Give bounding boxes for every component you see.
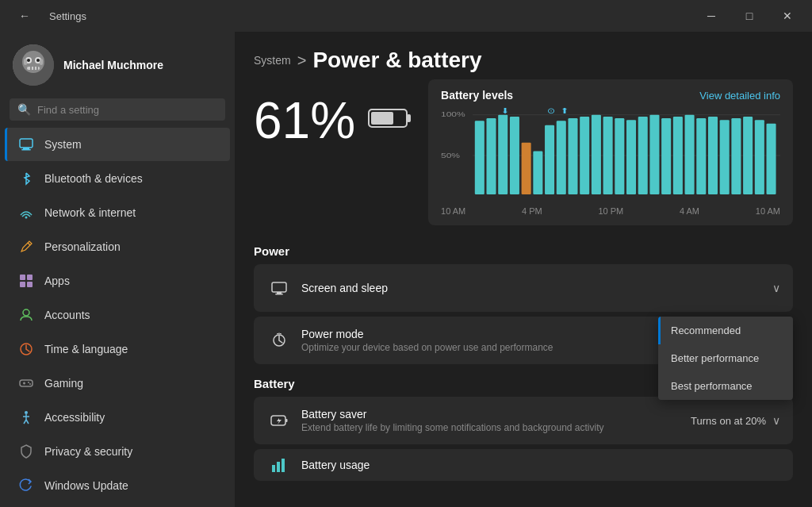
svg-rect-51: [569, 118, 578, 194]
sidebar-item-personalization[interactable]: Personalization: [5, 230, 230, 263]
svg-line-31: [24, 420, 26, 424]
sidebar-item-network[interactable]: Network & internet: [5, 196, 230, 229]
sidebar-item-update[interactable]: Windows Update: [5, 469, 230, 502]
screen-sleep-text: Screen and sleep: [301, 282, 772, 294]
minimize-button[interactable]: ─: [693, 3, 730, 29]
svg-rect-50: [557, 121, 566, 194]
nav-label-accounts: Accounts: [44, 309, 90, 321]
nav-icon-apps: [17, 272, 35, 290]
nav-icon-personalization: [17, 238, 35, 255]
page-title: Power & battery: [312, 48, 481, 73]
battery-percent: 61%: [254, 95, 355, 146]
battery-saver-value: Turns on at 20%: [691, 415, 766, 427]
nav-icon-privacy: [17, 443, 35, 460]
svg-rect-57: [638, 117, 648, 194]
sidebar-item-accessibility[interactable]: Accessibility: [5, 401, 230, 434]
svg-rect-67: [755, 120, 764, 194]
svg-text:50%: 50%: [441, 151, 460, 159]
svg-rect-7: [30, 67, 32, 70]
nav-label-update: Windows Update: [44, 479, 128, 492]
titlebar-title: Settings: [49, 10, 86, 22]
chart-label-4: 10 AM: [756, 206, 780, 216]
nav-label-bluetooth: Bluetooth & devices: [44, 172, 143, 185]
svg-rect-48: [533, 152, 542, 195]
screen-sleep-card: Screen and sleep ∨: [254, 264, 793, 312]
svg-rect-60: [673, 117, 683, 194]
svg-rect-18: [27, 275, 33, 280]
svg-rect-11: [40, 59, 43, 65]
svg-rect-65: [731, 118, 741, 194]
nav-icon-gaming: [17, 374, 35, 392]
svg-rect-59: [661, 118, 671, 194]
sidebar-item-bluetooth[interactable]: Bluetooth & devices: [5, 162, 230, 195]
profile-name: Michael Muchmore: [63, 59, 163, 71]
svg-rect-61: [685, 115, 695, 194]
svg-rect-35: [371, 112, 393, 125]
chart-link[interactable]: View detailed info: [699, 90, 780, 102]
dropdown-item-better[interactable]: Better performance: [658, 344, 793, 372]
maximize-button[interactable]: □: [731, 3, 768, 29]
svg-point-5: [36, 59, 40, 62]
svg-line-32: [26, 420, 29, 424]
close-button[interactable]: ✕: [769, 3, 806, 29]
svg-rect-68: [767, 124, 776, 194]
svg-rect-23: [20, 380, 33, 386]
svg-rect-71: [275, 294, 283, 295]
svg-rect-17: [20, 275, 25, 280]
search-box[interactable]: 🔍: [10, 98, 225, 121]
dropdown-item-label: Better performance: [671, 352, 759, 364]
svg-rect-9: [36, 67, 38, 70]
battery-saver-chevron: ∨: [772, 414, 780, 427]
svg-rect-45: [498, 115, 508, 194]
svg-text:⬆: ⬆: [561, 108, 569, 114]
breadcrumb: System > Power & battery: [254, 48, 793, 73]
nav-label-system: System: [44, 138, 82, 151]
sidebar-item-privacy[interactable]: Privacy & security: [5, 435, 230, 468]
svg-point-15: [25, 217, 28, 219]
sidebar: Michael Muchmore 🔍 System Bluetooth & de…: [0, 32, 235, 507]
svg-rect-20: [27, 282, 33, 287]
nav-label-privacy: Privacy & security: [44, 445, 132, 458]
svg-text:100%: 100%: [441, 109, 465, 118]
nav-icon-time: [17, 340, 35, 358]
sidebar-item-gaming[interactable]: Gaming: [5, 367, 230, 400]
svg-point-21: [23, 309, 29, 316]
breadcrumb-separator: >: [297, 52, 307, 70]
screen-sleep-row[interactable]: Screen and sleep ∨: [254, 264, 793, 312]
content-area: System > Power & battery 61% Batt: [235, 32, 812, 507]
dropdown-item-recommended[interactable]: Recommended: [658, 317, 793, 344]
svg-rect-8: [33, 67, 35, 70]
battery-chart-container: Battery levels View detailed info 100% 5…: [428, 79, 793, 225]
back-button[interactable]: ←: [6, 3, 43, 29]
dropdown-item-best[interactable]: Best performance: [658, 372, 793, 400]
svg-rect-62: [696, 118, 706, 194]
battery-saver-row[interactable]: Battery saver Extend battery life by lim…: [254, 397, 793, 444]
titlebar-controls: ─ □ ✕: [693, 3, 806, 29]
svg-rect-49: [545, 125, 554, 194]
avatar: [13, 44, 54, 86]
battery-usage-label: Battery usage: [301, 459, 370, 471]
battery-saver-right: Turns on at 20% ∨: [691, 414, 780, 427]
titlebar-left: ← Settings: [6, 3, 86, 29]
search-input[interactable]: [37, 104, 217, 116]
sidebar-profile: Michael Muchmore: [0, 32, 235, 95]
nav-label-accessibility: Accessibility: [44, 411, 105, 424]
screen-sleep-label: Screen and sleep: [301, 282, 772, 294]
chart-label-2: 10 PM: [598, 206, 623, 216]
nav-label-apps: Apps: [44, 275, 70, 287]
svg-rect-64: [720, 120, 730, 194]
power-section-header: Power: [254, 244, 793, 258]
svg-rect-43: [475, 121, 485, 194]
svg-rect-46: [510, 117, 519, 194]
svg-rect-47: [522, 143, 531, 194]
battery-saver-desc: Extend battery life by limiting some not…: [301, 422, 691, 433]
sidebar-item-accounts[interactable]: Accounts: [5, 298, 230, 332]
svg-rect-58: [650, 115, 660, 194]
sidebar-item-time[interactable]: Time & language: [5, 332, 230, 366]
svg-rect-52: [580, 117, 589, 194]
sidebar-item-system[interactable]: System: [5, 128, 230, 161]
sidebar-item-apps[interactable]: Apps: [5, 264, 230, 298]
power-mode-card: Power mode Optimize your device based on…: [254, 317, 793, 364]
nav-label-gaming: Gaming: [44, 377, 83, 390]
screen-sleep-chevron: ∨: [772, 282, 780, 294]
